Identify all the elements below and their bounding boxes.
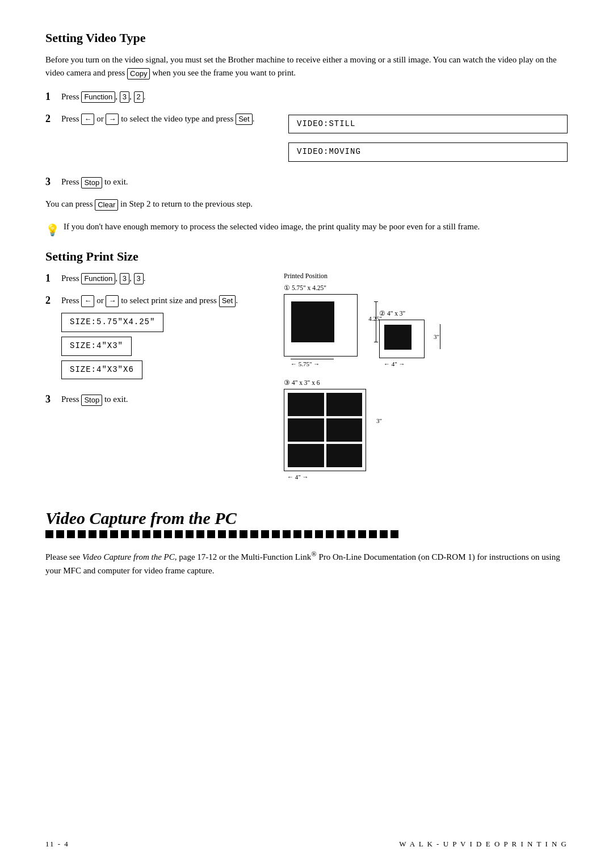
ps-step-2-content: Press ← or → to select print size and pr…: [61, 294, 267, 384]
lcd-size-1: SIZE:5.75"X4.25": [61, 313, 163, 332]
dash-26: [315, 530, 323, 538]
dash-2: [56, 530, 64, 538]
function-key-1: Function: [81, 91, 115, 103]
tip-icon: 💡: [45, 221, 60, 239]
dashed-rule: [45, 530, 568, 538]
dash-25: [304, 530, 312, 538]
video-capture-heading: Video Capture from the PC: [45, 509, 568, 528]
step-1-print-size: 1 Press Function, 3, 3.: [45, 272, 267, 285]
dash-10: [142, 530, 150, 538]
diagram-1-inner: [291, 301, 334, 342]
dim-3b: 3": [376, 417, 382, 424]
step-1-video-type: 1 Press Function, 3, 2.: [45, 90, 568, 103]
dash-32: [380, 530, 388, 538]
ps-step-number-2: 2: [45, 295, 61, 307]
setting-video-type-heading: Setting Video Type: [45, 31, 568, 45]
key-3-1: 3: [120, 91, 129, 103]
dash-17: [218, 530, 226, 538]
dash-5: [89, 530, 96, 538]
diagram-3-section: ③ 4" x 3" x 6 3" ← 4" →: [284, 379, 366, 481]
diagram-2-box: [379, 320, 425, 358]
dash-33: [391, 530, 398, 538]
set-key-2: Set: [219, 295, 236, 307]
left-arrow-key-1: ←: [81, 114, 94, 125]
dash-1: [45, 530, 53, 538]
dash-20: [250, 530, 258, 538]
tip-note: 💡 If you don't have enough memory to pro…: [45, 220, 568, 239]
dash-18: [229, 530, 237, 538]
chapter-title: W A L K - U P V I D E O P R I N T I N G: [399, 840, 568, 849]
dim-4a: ← 4" →: [384, 360, 425, 367]
lcd-size-3: SIZE:4"X3"X6: [61, 360, 142, 380]
dash-19: [240, 530, 247, 538]
dash-12: [164, 530, 172, 538]
dash-30: [358, 530, 366, 538]
right-arrow-key-1: →: [106, 114, 119, 125]
left-arrow-key-2: ←: [81, 295, 94, 307]
grid-cell-2: [326, 393, 363, 416]
step-3-print-size: 3 Press Stop to exit.: [45, 393, 267, 406]
dash-23: [283, 530, 291, 538]
intro-paragraph: Before you turn on the video signal, you…: [45, 53, 568, 80]
ps-step-3-content: Press Stop to exit.: [61, 393, 267, 406]
diag2-label: ② 4" x 3": [379, 309, 405, 317]
grid-cell-3: [288, 418, 324, 442]
printed-pos-label: Printed Position: [284, 272, 328, 280]
print-size-steps: 1 Press Function, 3, 3. 2 Press ← or → t…: [45, 272, 267, 481]
dash-29: [347, 530, 355, 538]
lcd-video-still: VIDEO:STILL: [288, 115, 568, 134]
diagram-2-col: ② 4" x 3" 3" ← 4" →: [379, 309, 425, 367]
step-2-video-type: 2 Press ← or → to select the video type …: [45, 112, 568, 166]
ps-step-number-1: 1: [45, 272, 61, 284]
lcd-video-moving: VIDEO:MOVING: [288, 142, 568, 162]
print-size-diagrams: Printed Position ① 5.75" x 4.25": [284, 272, 568, 481]
clear-key: Clear: [95, 199, 118, 211]
dash-24: [293, 530, 301, 538]
step-number-2: 2: [45, 113, 61, 125]
dash-28: [337, 530, 345, 538]
step-1-content: Press Function, 3, 2.: [61, 90, 568, 103]
dash-4: [78, 530, 86, 538]
lcd-size-2: SIZE:4"X3": [61, 337, 132, 356]
diagrams-row-1: ① 5.75" x 4.25" 4.25": [284, 284, 425, 367]
step-3-video-type: 3 Press Stop to exit.: [45, 175, 568, 188]
page-number: 11 - 4: [45, 840, 69, 849]
dash-8: [121, 530, 129, 538]
dim-4b: ← 4" →: [287, 473, 366, 480]
setting-print-size-heading: Setting Print Size: [45, 249, 568, 264]
ps-step-1-content: Press Function, 3, 3.: [61, 272, 267, 285]
diag1-label: ① 5.75" x 4.25": [284, 284, 326, 292]
diagram-2-inner: [384, 325, 412, 350]
tip-text: If you don't have enough memory to proce…: [64, 220, 480, 233]
dash-14: [186, 530, 194, 538]
grid-cell-1: [288, 393, 324, 416]
dash-15: [196, 530, 204, 538]
dash-7: [110, 530, 118, 538]
ps-key-3b: 3: [134, 273, 144, 284]
dash-9: [132, 530, 140, 538]
diagram-3-box: [284, 389, 366, 471]
step-2-print-size: 2 Press ← or → to select print size and …: [45, 294, 267, 384]
step-number-1: 1: [45, 91, 61, 103]
key-2-1: 2: [134, 91, 144, 103]
dash-27: [326, 530, 334, 538]
diagram-1-col: ① 5.75" x 4.25" 4.25": [284, 284, 358, 367]
step-3-content: Press Stop to exit.: [61, 175, 568, 188]
stop-key-2: Stop: [81, 395, 102, 406]
set-key-1: Set: [236, 114, 253, 125]
diagram-1-box: 4.25": [284, 294, 358, 357]
function-key-2: Function: [81, 273, 115, 284]
grid-cell-4: [326, 418, 363, 442]
dim-3: 3": [434, 333, 439, 340]
dim-575: ← 5.75" →: [291, 360, 320, 367]
diag3-label: ③ 4" x 3" x 6: [284, 379, 366, 387]
dash-16: [207, 530, 215, 538]
step-2-content: Press ← or → to select the video type an…: [61, 112, 568, 166]
grid-cell-5: [288, 444, 324, 467]
grid-cell-6: [326, 444, 363, 467]
dash-11: [153, 530, 161, 538]
right-arrow-key-2: →: [106, 295, 119, 307]
dash-22: [272, 530, 280, 538]
dash-31: [369, 530, 377, 538]
video-capture-body: Please see Video Capture from the PC, pa…: [45, 548, 568, 577]
